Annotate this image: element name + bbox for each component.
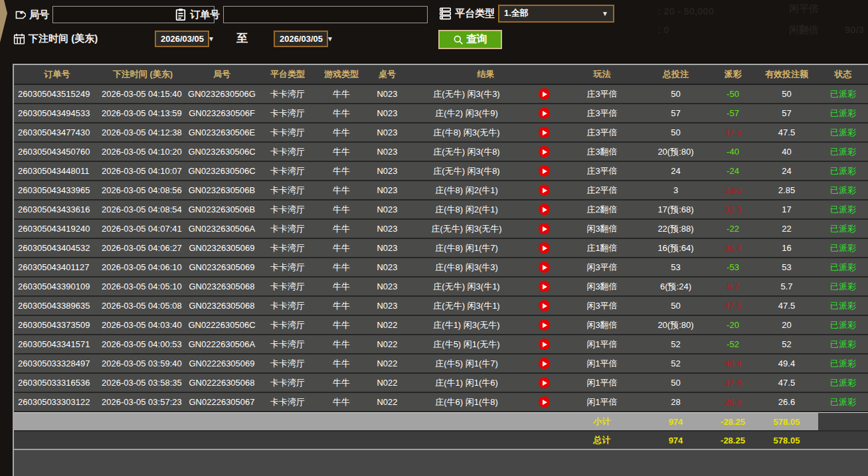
cell-payout: -57 (711, 104, 755, 122)
table-row: 260305033316536 2026-03-05 03:58:35 GN02… (14, 374, 868, 393)
sidebar-collapse-handle[interactable] (0, 0, 7, 42)
cell-table-no: N022 (366, 374, 408, 392)
cell-game-type: 牛牛 (317, 85, 366, 103)
order-no-label: 订单号 (190, 9, 220, 21)
table-row: 260305043433965 2026-03-05 04:08:56 GN02… (14, 181, 868, 200)
date-to-select[interactable]: 2026/03/05 ▼ (274, 31, 328, 47)
cell-order-id: 260305043494533 (14, 104, 100, 122)
date-from-select[interactable]: 2026/03/05 ▼ (155, 31, 209, 47)
cell-status: 已派彩 (818, 123, 868, 141)
col-round-id: 局号 (185, 65, 258, 84)
cell-payout: -40 (711, 143, 755, 161)
cell-payout: -20 (711, 316, 755, 334)
cell-play-type: 闲3平倍 (563, 258, 641, 276)
cell-platform: 卡卡湾厅 (258, 181, 317, 199)
cell-result: 庄(牛8) 闲2(牛1) (408, 200, 525, 218)
bet-records-table: 订单号 下注时间 (美东) 局号 平台类型 游戏类型 桌号 结果 玩法 总投注 … (13, 64, 868, 476)
cell-total-bet: 57 (641, 104, 711, 122)
cell-table-no: N023 (366, 239, 408, 257)
cell-platform: 卡卡湾厅 (258, 85, 317, 103)
replay-video-icon[interactable] (539, 204, 550, 215)
replay-video-icon[interactable] (539, 127, 550, 138)
col-play-type: 玩法 (563, 65, 641, 84)
cell-total-bet: 53 (641, 258, 711, 276)
cell-valid-bet: 16 (755, 239, 818, 257)
cell-order-id: 260305043450760 (14, 143, 100, 161)
cell-platform: 卡卡湾厅 (258, 104, 317, 122)
table-row: 260305043341571 2026-03-05 04:00:53 GN02… (14, 335, 868, 355)
cell-round-id: GN0232630506E (185, 123, 258, 141)
cell-table-no: N023 (366, 181, 408, 199)
cell-result: 庄(牛8) 闲2(牛1) (408, 181, 525, 199)
replay-video-icon[interactable] (539, 165, 550, 177)
cell-total-bet: 50 (641, 85, 711, 103)
replay-video-icon[interactable] (539, 281, 550, 292)
cell-total-bet: 6(预:24) (641, 278, 711, 295)
cell-round-id: GN02326305068 (185, 297, 258, 315)
cell-valid-bet: 52 (755, 335, 818, 353)
cell-result: 庄(牛8) 闲1(牛7) (408, 239, 525, 257)
order-no-input[interactable] (223, 6, 428, 23)
cell-round-id: GN02226305068 (185, 374, 258, 392)
replay-video-icon[interactable] (539, 300, 550, 311)
cell-order-id: 260305043404532 (14, 239, 100, 257)
cell-valid-bet: 24 (755, 162, 818, 180)
replay-video-icon[interactable] (539, 223, 550, 234)
cell-total-bet: 52 (641, 335, 711, 353)
table-row: 260305043373509 2026-03-05 04:03:40 GN02… (14, 316, 868, 335)
cell-table-no: N023 (366, 123, 408, 141)
total-total-bet: 974 (641, 432, 711, 449)
cell-order-id: 260305033316536 (14, 374, 100, 392)
cell-game-type: 牛牛 (317, 278, 366, 295)
replay-video-icon[interactable] (539, 146, 550, 157)
clipboard-icon (175, 8, 187, 21)
cell-total-bet: 52 (641, 355, 711, 372)
cell-payout: 26.6 (711, 393, 755, 411)
bet-time-label: 下注时间 (美东) (29, 33, 98, 45)
cell-platform: 卡卡湾厅 (258, 143, 317, 161)
cell-status: 已派彩 (818, 258, 868, 276)
replay-video-icon[interactable] (539, 319, 550, 331)
cell-table-no: N022 (366, 335, 408, 353)
col-order-id: 订单号 (14, 65, 100, 84)
replay-video-icon[interactable] (539, 377, 550, 388)
replay-video-icon[interactable] (539, 358, 550, 369)
cell-game-type: 牛牛 (317, 355, 366, 372)
search-icon (453, 35, 464, 45)
replay-video-icon[interactable] (539, 242, 550, 254)
query-button[interactable]: 查询 (438, 30, 502, 49)
cell-payout: -22 (711, 220, 755, 238)
cell-order-id: 260305043390109 (14, 278, 100, 295)
background-ghost-tag2: 闲翻倍 (789, 24, 819, 37)
cell-table-no: N022 (366, 316, 408, 334)
cell-platform: 卡卡湾厅 (258, 335, 317, 353)
replay-video-icon[interactable] (539, 88, 550, 100)
cell-total-bet: 28 (641, 393, 711, 411)
table-header-row: 订单号 下注时间 (美东) 局号 平台类型 游戏类型 桌号 结果 玩法 总投注 … (14, 65, 868, 85)
replay-video-icon[interactable] (539, 339, 550, 350)
platform-filter: 平台类型 1.全部 ▼ (439, 4, 614, 23)
replay-video-icon[interactable] (539, 262, 550, 273)
cell-total-bet: 20(预:80) (641, 316, 711, 334)
replay-video-icon[interactable] (539, 185, 550, 196)
cell-play-type: 闲3平倍 (563, 297, 641, 315)
cell-status: 已派彩 (818, 200, 868, 218)
cell-status: 已派彩 (818, 239, 868, 257)
cell-status: 已派彩 (818, 162, 868, 180)
cell-result: 庄(无牛) 闲3(牛8) (408, 143, 525, 161)
replay-video-icon[interactable] (539, 396, 550, 408)
cell-play-type: 庄3平倍 (563, 162, 641, 180)
replay-video-icon[interactable] (539, 108, 550, 119)
platform-select[interactable]: 1.全部 ▼ (498, 5, 614, 23)
cell-platform: 卡卡湾厅 (258, 239, 317, 257)
cell-game-type: 牛牛 (317, 239, 366, 257)
cell-result: 庄(牛1) 闲1(牛6) (408, 374, 525, 392)
cell-bet-time: 2026-03-05 04:15:40 (100, 85, 185, 103)
cell-round-id: GN0232630506B (185, 200, 258, 218)
cell-valid-bet: 47.5 (755, 374, 818, 392)
cell-table-no: N023 (366, 258, 408, 276)
cell-platform: 卡卡湾厅 (258, 162, 317, 180)
cell-platform: 卡卡湾厅 (258, 374, 317, 392)
background-ghost-tag1: 闲平倍 (789, 3, 819, 15)
cell-game-type: 牛牛 (317, 316, 366, 334)
